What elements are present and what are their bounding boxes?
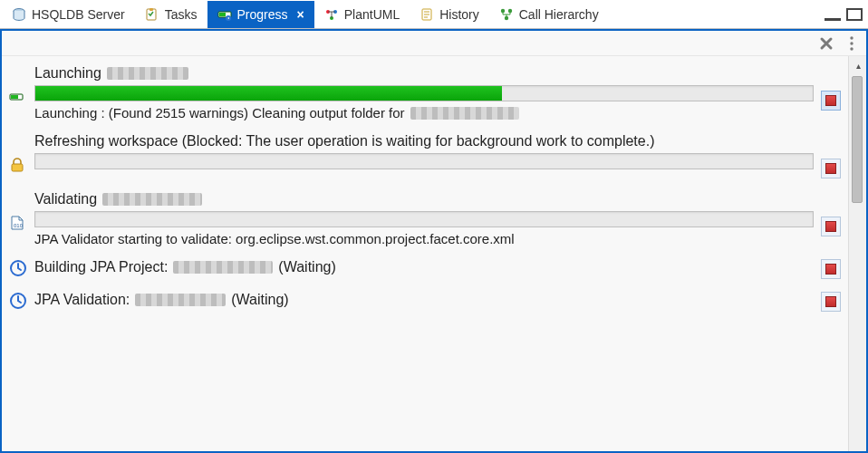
progress-panel: Launching Launching : (Found 2515 warnin… — [0, 29, 868, 453]
vertical-scrollbar[interactable]: ▴ — [848, 56, 866, 451]
scroll-thumb[interactable] — [852, 76, 863, 203]
tab-label: Tasks — [165, 7, 198, 22]
tab-label: PlantUML — [344, 7, 400, 22]
progress-item-main: Validating JPA Validator starting to val… — [34, 191, 814, 246]
svg-text:010: 010 — [14, 223, 24, 228]
progress-item-title: Launching — [34, 65, 814, 82]
progress-bar-fill — [35, 86, 502, 101]
progress-title-suffix: (Waiting) — [278, 259, 335, 275]
scroll-up-arrow[interactable]: ▴ — [849, 56, 866, 74]
svg-rect-18 — [12, 164, 23, 171]
progress-item-main: Building JPA Project: (Waiting) — [34, 259, 814, 279]
progress-item-main: JPA Validation: (Waiting) — [34, 292, 814, 312]
stop-icon — [825, 95, 836, 106]
svg-rect-2 — [149, 8, 153, 11]
tab-progress[interactable]: Progress × — [207, 1, 314, 28]
obscured-text — [135, 294, 226, 306]
progress-item-title: JPA Validation: (Waiting) — [34, 292, 814, 308]
stop-icon — [825, 163, 836, 174]
progress-title-text: Validating — [34, 191, 97, 207]
file-icon: 010 — [9, 215, 27, 233]
svg-rect-17 — [11, 95, 18, 99]
progress-title-text: Building JPA Project: — [34, 259, 168, 275]
progress-toolbar — [2, 31, 866, 56]
remove-all-icon[interactable] — [817, 34, 835, 53]
tab-label: Call Hierarchy — [519, 7, 599, 22]
progress-title-suffix: (Waiting) — [231, 292, 288, 308]
obscured-text — [102, 193, 202, 206]
stop-icon — [825, 296, 836, 307]
progress-item: Launching Launching : (Found 2515 warnin… — [2, 60, 848, 128]
tab-plantuml[interactable]: PlantUML — [314, 1, 410, 28]
svg-point-10 — [501, 8, 505, 12]
detail-text: Launching : (Found 2515 warnings) Cleani… — [34, 105, 405, 120]
maximize-button[interactable] — [846, 8, 863, 21]
detail-text: JPA Validator starting to validate: org.… — [34, 231, 515, 246]
svg-point-11 — [508, 8, 512, 12]
progress-item: Refreshing workspace (Blocked: The user … — [2, 128, 848, 186]
close-icon[interactable]: × — [297, 7, 304, 22]
tab-label: History — [439, 7, 479, 22]
progress-item-title: Building JPA Project: (Waiting) — [34, 259, 814, 275]
progress-list: Launching Launching : (Found 2515 warnin… — [2, 56, 848, 451]
svg-point-13 — [850, 36, 853, 39]
tab-hsqldb-server[interactable]: HSQLDB Server — [2, 1, 135, 28]
view-window-controls — [825, 8, 866, 21]
progress-icon — [217, 7, 232, 22]
clock-icon — [9, 292, 27, 310]
tasks-icon — [145, 7, 159, 22]
progress-item-main: Refreshing workspace (Blocked: The user … — [34, 133, 814, 173]
tab-call-hierarchy[interactable]: Call Hierarchy — [489, 1, 609, 28]
progress-title-text: Launching — [34, 65, 101, 82]
cancel-operation-button[interactable] — [821, 292, 841, 312]
stop-icon — [825, 264, 836, 275]
progress-bar — [34, 153, 814, 169]
view-tabbar: HSQLDB Server Tasks Progress × PlantUML … — [0, 0, 868, 29]
cancel-operation-button[interactable] — [821, 91, 841, 111]
progress-title-text: Refreshing workspace (Blocked: The user … — [34, 133, 654, 149]
tab-label: Progress — [237, 7, 288, 22]
progress-title-text: JPA Validation: — [34, 292, 130, 308]
plantuml-icon — [324, 7, 339, 22]
progress-item-detail: Launching : (Found 2515 warnings) Cleani… — [34, 105, 814, 120]
progress-item-detail: JPA Validator starting to validate: org.… — [34, 231, 814, 246]
tab-label: HSQLDB Server — [32, 7, 125, 22]
stop-icon — [825, 221, 836, 232]
obscured-text — [410, 107, 519, 120]
progress-item: 010Validating JPA Validator starting to … — [2, 186, 848, 254]
svg-point-12 — [505, 15, 508, 19]
history-icon — [420, 7, 434, 22]
progress-bar — [34, 211, 814, 227]
obscured-text — [107, 67, 188, 80]
obscured-text — [173, 261, 273, 274]
svg-point-15 — [850, 47, 853, 50]
view-menu-icon[interactable] — [843, 34, 861, 53]
database-icon — [12, 7, 26, 22]
minimize-button[interactable] — [825, 12, 841, 21]
progress-item-main: Launching Launching : (Found 2515 warnin… — [34, 65, 814, 120]
progress-bar — [34, 85, 814, 101]
run-icon — [9, 89, 27, 107]
svg-rect-4 — [219, 13, 226, 16]
lock-icon — [9, 157, 27, 175]
progress-content: Launching Launching : (Found 2515 warnin… — [2, 56, 866, 451]
cancel-operation-button[interactable] — [821, 259, 841, 279]
tab-tasks[interactable]: Tasks — [135, 1, 207, 28]
progress-item-title: Refreshing workspace (Blocked: The user … — [34, 133, 814, 149]
clock-icon — [9, 259, 27, 277]
tab-history[interactable]: History — [410, 1, 489, 28]
cancel-operation-button[interactable] — [821, 159, 841, 178]
cancel-operation-button[interactable] — [821, 217, 841, 236]
progress-item-title: Validating — [34, 191, 814, 207]
progress-item: JPA Validation: (Waiting) — [2, 286, 848, 319]
progress-item: Building JPA Project: (Waiting) — [2, 254, 848, 286]
call-hierarchy-icon — [499, 7, 514, 22]
svg-point-14 — [850, 42, 853, 44]
